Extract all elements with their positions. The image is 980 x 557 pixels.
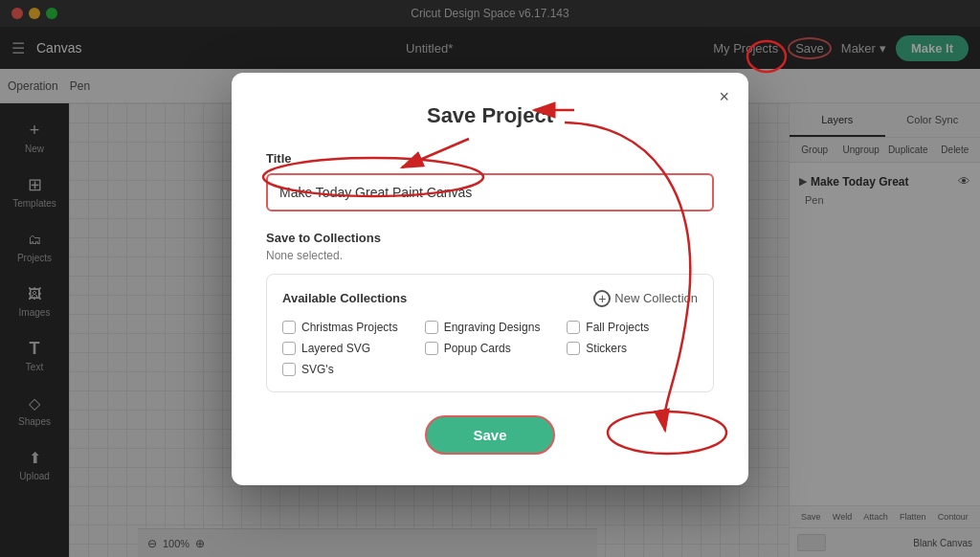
save-to-collections-label: Save to Collections (266, 231, 714, 245)
collection-label-christmas: Christmas Projects (301, 321, 398, 334)
collection-item-engraving[interactable]: Engraving Designs (425, 321, 556, 334)
collection-checkbox-svgs[interactable] (282, 363, 296, 376)
collection-label-popup: Popup Cards (444, 342, 511, 355)
collection-label-fall: Fall Projects (586, 321, 649, 334)
collection-checkbox-layered[interactable] (282, 342, 296, 355)
collections-header: Available Collections + New Collection (282, 290, 698, 307)
collection-item-layered[interactable]: Layered SVG (282, 342, 413, 355)
collection-checkbox-fall[interactable] (567, 321, 580, 334)
collection-label-stickers: Stickers (586, 342, 627, 355)
collection-checkbox-stickers[interactable] (567, 342, 580, 355)
collection-label-layered: Layered SVG (301, 342, 370, 355)
new-collection-button[interactable]: + New Collection (593, 290, 698, 307)
collection-item-christmas[interactable]: Christmas Projects (282, 321, 413, 334)
modal-close-button[interactable]: × (719, 88, 729, 105)
modal-overlay: × Save Project Title Save to Collections… (0, 0, 980, 557)
collection-label-engraving: Engraving Designs (444, 321, 541, 334)
modal-title: Save Project (266, 103, 714, 128)
none-selected-text: None selected. (266, 249, 714, 262)
collection-checkbox-popup[interactable] (425, 342, 438, 355)
available-collections-label: Available Collections (282, 291, 407, 305)
collection-item-stickers[interactable]: Stickers (567, 342, 698, 355)
collection-item-fall[interactable]: Fall Projects (567, 321, 698, 334)
plus-circle-icon: + (593, 290, 611, 307)
collection-item-popup[interactable]: Popup Cards (425, 342, 556, 355)
collections-grid: Christmas Projects Engraving Designs Fal… (282, 321, 698, 376)
collection-label-svgs: SVG's (301, 363, 334, 376)
collection-checkbox-engraving[interactable] (425, 321, 438, 334)
collection-checkbox-christmas[interactable] (282, 321, 296, 334)
modal-save-button[interactable]: Save (425, 415, 554, 455)
collections-box: Available Collections + New Collection C… (266, 274, 714, 392)
save-project-modal: × Save Project Title Save to Collections… (232, 73, 748, 485)
collection-item-svgs[interactable]: SVG's (282, 363, 413, 376)
title-field-label: Title (266, 151, 714, 166)
project-title-input[interactable] (266, 173, 714, 212)
